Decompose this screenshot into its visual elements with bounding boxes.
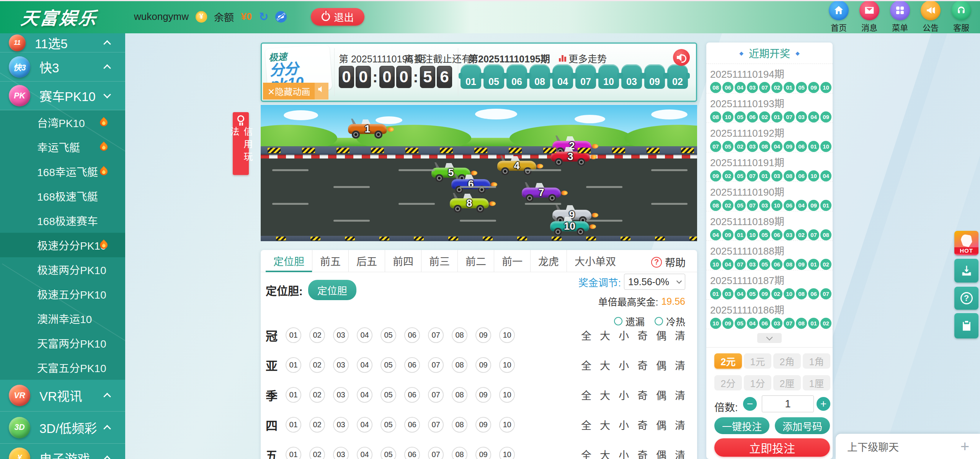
- chat-bar[interactable]: 上下级聊天 +: [836, 434, 980, 459]
- eye-off-icon[interactable]: [275, 11, 287, 23]
- number-button-10[interactable]: 10: [499, 447, 515, 459]
- sidebar-group-more[interactable]: ¥电子游戏: [0, 444, 125, 459]
- number-button-02[interactable]: 02: [309, 327, 325, 343]
- quick-action-清[interactable]: 清: [675, 387, 685, 402]
- sidebar-item-168极速飞艇[interactable]: 168极速飞艇: [0, 184, 125, 208]
- sidebar-item-天富两分PK10[interactable]: 天富两分PK10: [0, 331, 125, 355]
- bet-now-button[interactable]: 立即投注: [714, 438, 830, 457]
- quick-action-全[interactable]: 全: [581, 387, 591, 402]
- expand-results-button[interactable]: [757, 333, 782, 343]
- nav-item-notice[interactable]: 公告: [917, 0, 944, 33]
- bonus-select[interactable]: 19.56-0%: [624, 274, 685, 290]
- number-button-04[interactable]: 04: [357, 357, 372, 373]
- quick-action-小[interactable]: 小: [619, 387, 629, 402]
- number-button-08[interactable]: 08: [452, 357, 467, 373]
- number-button-05[interactable]: 05: [381, 387, 396, 403]
- help-link[interactable]: ? 帮助: [651, 255, 686, 270]
- sidebar-item-台湾PK10[interactable]: 台湾PK10: [0, 110, 125, 135]
- refresh-icon[interactable]: ↻: [259, 11, 268, 23]
- multiplier-input[interactable]: [762, 395, 814, 412]
- number-button-02[interactable]: 02: [309, 447, 325, 459]
- sidebar-group-11x5[interactable]: 1111选5: [0, 33, 125, 52]
- number-button-02[interactable]: 02: [309, 387, 325, 403]
- quick-action-全[interactable]: 全: [581, 358, 591, 372]
- number-button-08[interactable]: 08: [452, 417, 467, 433]
- sidebar-item-极速两分PK10[interactable]: 极速两分PK10: [0, 257, 125, 282]
- number-button-03[interactable]: 03: [333, 357, 349, 373]
- sidebar-group-vr[interactable]: VRVR视讯: [0, 380, 125, 412]
- number-button-02[interactable]: 02: [309, 357, 325, 373]
- quick-action-小[interactable]: 小: [619, 358, 629, 372]
- nav-item-service[interactable]: 客服: [948, 0, 975, 33]
- number-button-03[interactable]: 03: [333, 327, 349, 343]
- credit-play-ribbon[interactable]: 信用玩法: [233, 112, 249, 175]
- number-button-10[interactable]: 10: [499, 387, 515, 403]
- more-trend-link[interactable]: 更多走势: [557, 51, 607, 65]
- number-button-01[interactable]: 01: [286, 447, 301, 459]
- number-button-02[interactable]: 02: [309, 417, 325, 433]
- number-button-09[interactable]: 09: [475, 387, 491, 403]
- quick-action-小[interactable]: 小: [619, 328, 629, 343]
- amount-button-2厘[interactable]: 2厘: [773, 375, 801, 390]
- quick-action-全[interactable]: 全: [581, 447, 591, 459]
- quick-action-大[interactable]: 大: [600, 328, 610, 343]
- number-button-07[interactable]: 07: [428, 417, 444, 433]
- report-button[interactable]: [954, 313, 978, 338]
- tab-前二[interactable]: 前二: [458, 250, 494, 272]
- bet-group-button[interactable]: 定位胆: [308, 280, 356, 300]
- quick-action-清[interactable]: 清: [675, 447, 685, 459]
- number-button-08[interactable]: 08: [452, 387, 467, 403]
- sidebar-item-极速分分PK10[interactable]: 极速分分PK10: [0, 233, 125, 257]
- support-button[interactable]: ?: [954, 287, 978, 310]
- sidebar-item-幸运飞艇[interactable]: 幸运飞艇: [0, 135, 125, 159]
- quick-action-奇[interactable]: 奇: [637, 387, 648, 402]
- quick-action-奇[interactable]: 奇: [637, 417, 648, 432]
- amount-button-1元[interactable]: 1元: [744, 353, 771, 369]
- hide-animation-button[interactable]: ✕隐藏动画: [263, 83, 328, 100]
- quick-action-小[interactable]: 小: [619, 447, 629, 459]
- quick-action-大[interactable]: 大: [600, 358, 610, 372]
- number-button-04[interactable]: 04: [357, 327, 372, 343]
- number-button-10[interactable]: 10: [499, 417, 515, 433]
- tab-定位胆[interactable]: 定位胆: [266, 250, 312, 272]
- number-button-01[interactable]: 01: [286, 417, 301, 433]
- number-button-10[interactable]: 10: [499, 327, 515, 343]
- number-button-01[interactable]: 01: [286, 387, 301, 403]
- quick-action-清[interactable]: 清: [675, 358, 685, 372]
- quick-bet-button[interactable]: 一键投注: [714, 417, 769, 434]
- number-button-07[interactable]: 07: [428, 327, 444, 343]
- number-button-07[interactable]: 07: [428, 357, 444, 373]
- quick-action-奇[interactable]: 奇: [637, 447, 648, 459]
- sidebar-item-168幸运飞艇[interactable]: 168幸运飞艇: [0, 159, 125, 184]
- number-button-07[interactable]: 07: [428, 387, 444, 403]
- amount-button-2元[interactable]: 2元: [714, 353, 742, 369]
- amount-button-1厘[interactable]: 1厘: [803, 375, 830, 390]
- sidebar-group-3d[interactable]: 3D3D/低频彩: [0, 412, 125, 444]
- tab-前三[interactable]: 前三: [421, 250, 458, 272]
- sidebar-item-澳洲幸运10[interactable]: 澳洲幸运10: [0, 306, 125, 331]
- number-button-01[interactable]: 01: [286, 357, 301, 373]
- quick-action-大[interactable]: 大: [600, 387, 610, 402]
- quick-action-小[interactable]: 小: [619, 417, 629, 432]
- logout-button[interactable]: 退出: [311, 8, 364, 26]
- quick-action-偶[interactable]: 偶: [656, 417, 666, 432]
- multiplier-plus-button[interactable]: +: [817, 397, 830, 411]
- sidebar-group-kuai3[interactable]: 快3快3: [0, 52, 125, 82]
- tab-前五[interactable]: 前五: [312, 250, 349, 272]
- nav-item-menu[interactable]: 菜单: [887, 0, 913, 33]
- number-button-04[interactable]: 04: [357, 387, 372, 403]
- number-button-09[interactable]: 09: [475, 417, 491, 433]
- number-button-04[interactable]: 04: [357, 447, 372, 459]
- number-button-03[interactable]: 03: [333, 447, 349, 459]
- sidebar-item-极速五分PK10[interactable]: 极速五分PK10: [0, 282, 125, 306]
- number-button-05[interactable]: 05: [381, 417, 396, 433]
- hot-promo-button[interactable]: HOT: [954, 231, 978, 255]
- quick-action-奇[interactable]: 奇: [637, 358, 648, 372]
- quick-action-偶[interactable]: 偶: [656, 447, 666, 459]
- number-button-06[interactable]: 06: [404, 357, 420, 373]
- number-button-03[interactable]: 03: [333, 387, 349, 403]
- amount-button-2角[interactable]: 2角: [773, 353, 801, 369]
- nav-item-message[interactable]: 消息: [856, 0, 883, 33]
- quick-action-偶[interactable]: 偶: [656, 358, 666, 372]
- quick-action-大[interactable]: 大: [600, 417, 610, 432]
